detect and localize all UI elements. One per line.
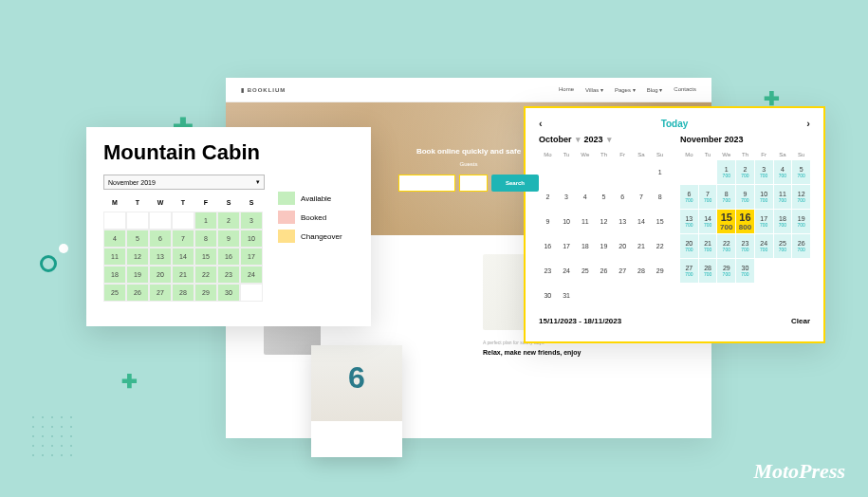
calendar-day[interactable]: 19700 bbox=[792, 210, 810, 233]
calendar-day[interactable]: 4 bbox=[576, 185, 594, 209]
month-select[interactable]: November 2019▾ bbox=[103, 175, 265, 190]
calendar-day[interactable]: 15 bbox=[194, 248, 217, 266]
calendar-day[interactable]: 12 bbox=[126, 248, 149, 266]
calendar-day[interactable]: 11 bbox=[576, 210, 594, 233]
calendar-day[interactable]: 25 bbox=[103, 284, 126, 302]
calendar-day[interactable]: 5700 bbox=[792, 160, 810, 184]
nav-item[interactable]: Contacts bbox=[674, 86, 696, 93]
calendar-day[interactable]: 29700 bbox=[717, 259, 735, 283]
calendar-day[interactable]: 2700 bbox=[736, 160, 754, 184]
calendar-day[interactable]: 13 bbox=[149, 248, 172, 266]
calendar-day[interactable]: 3 bbox=[240, 212, 263, 230]
calendar-day[interactable]: 15700 bbox=[717, 210, 735, 233]
calendar-day[interactable]: 25 bbox=[576, 259, 594, 283]
calendar-day[interactable]: 29 bbox=[651, 259, 669, 283]
calendar-day[interactable]: 27700 bbox=[680, 259, 698, 283]
calendar-day[interactable]: 29 bbox=[194, 284, 217, 302]
calendar-day[interactable]: 20700 bbox=[680, 234, 698, 258]
calendar-day[interactable]: 3 bbox=[558, 185, 576, 209]
calendar-day[interactable]: 9700 bbox=[736, 185, 754, 209]
calendar-day[interactable]: 2 bbox=[539, 185, 557, 209]
today-link[interactable]: Today bbox=[661, 119, 689, 129]
calendar-day[interactable]: 18700 bbox=[774, 210, 792, 233]
calendar-day[interactable]: 20 bbox=[149, 266, 172, 284]
calendar-day[interactable]: 16 bbox=[217, 248, 240, 266]
nav-item[interactable]: Home bbox=[559, 86, 574, 93]
calendar-day[interactable]: 20 bbox=[614, 234, 632, 258]
calendar-day[interactable]: 22700 bbox=[717, 234, 735, 258]
calendar-day[interactable]: 14 bbox=[172, 248, 194, 266]
calendar-day[interactable]: 22 bbox=[651, 234, 669, 258]
calendar-day[interactable]: 23 bbox=[539, 259, 557, 283]
calendar-day[interactable]: 16 bbox=[539, 234, 557, 258]
clear-button[interactable]: Clear bbox=[791, 317, 810, 325]
calendar-day[interactable]: 23700 bbox=[736, 234, 754, 258]
calendar-day[interactable]: 3700 bbox=[755, 160, 773, 184]
calendar-day[interactable]: 18 bbox=[103, 266, 126, 284]
calendar-day[interactable]: 9 bbox=[539, 210, 557, 233]
calendar-day[interactable]: 19 bbox=[595, 234, 613, 258]
calendar-day[interactable]: 24 bbox=[240, 266, 263, 284]
calendar-day[interactable]: 8 bbox=[194, 230, 217, 248]
calendar-day[interactable]: 14 bbox=[633, 210, 651, 233]
nav-item[interactable]: Villas ▾ bbox=[585, 86, 603, 93]
calendar-day[interactable]: 27 bbox=[614, 259, 632, 283]
calendar-day[interactable]: 15 bbox=[651, 210, 669, 233]
nav-item[interactable]: Pages ▾ bbox=[615, 86, 636, 93]
calendar-day[interactable]: 7700 bbox=[699, 185, 717, 209]
calendar-day[interactable]: 21700 bbox=[699, 234, 717, 258]
calendar-day[interactable]: 30700 bbox=[736, 259, 754, 283]
calendar-day[interactable]: 24700 bbox=[755, 234, 773, 258]
calendar-day[interactable]: 9 bbox=[217, 230, 240, 248]
calendar-day[interactable]: 8 bbox=[651, 185, 669, 209]
calendar-day[interactable]: 24 bbox=[558, 259, 576, 283]
calendar-day[interactable]: 1700 bbox=[717, 160, 735, 184]
search-input[interactable] bbox=[398, 175, 455, 192]
calendar-day[interactable]: 2 bbox=[217, 212, 240, 230]
search-button[interactable]: Search bbox=[491, 175, 539, 192]
calendar-day[interactable]: 28 bbox=[633, 259, 651, 283]
calendar-day[interactable]: 21 bbox=[633, 234, 651, 258]
calendar-day[interactable]: 26 bbox=[595, 259, 613, 283]
nav-item[interactable]: Blog ▾ bbox=[647, 86, 663, 93]
calendar-day[interactable]: 21 bbox=[172, 266, 194, 284]
calendar-day[interactable]: 14700 bbox=[699, 210, 717, 233]
calendar-day[interactable]: 30 bbox=[217, 284, 240, 302]
calendar-day[interactable]: 18 bbox=[576, 234, 594, 258]
calendar-day[interactable]: 11 bbox=[103, 248, 126, 266]
calendar-day[interactable]: 6 bbox=[614, 185, 632, 209]
calendar-day[interactable]: 17 bbox=[240, 248, 263, 266]
guests-input[interactable] bbox=[459, 175, 488, 192]
calendar-day[interactable]: 22 bbox=[194, 266, 217, 284]
calendar-day[interactable]: 13700 bbox=[680, 210, 698, 233]
calendar-day[interactable]: 10700 bbox=[755, 185, 773, 209]
next-month-button[interactable]: › bbox=[806, 118, 810, 129]
calendar-day[interactable]: 5 bbox=[595, 185, 613, 209]
calendar-day[interactable]: 28 bbox=[172, 284, 194, 302]
calendar-day[interactable]: 6700 bbox=[680, 185, 698, 209]
calendar-day[interactable]: 31 bbox=[558, 284, 576, 307]
calendar-day[interactable]: 1 bbox=[651, 160, 669, 184]
calendar-day[interactable]: 19 bbox=[126, 266, 149, 284]
calendar-day[interactable]: 13 bbox=[614, 210, 632, 233]
calendar-day[interactable]: 7 bbox=[172, 230, 194, 248]
calendar-day[interactable]: 25700 bbox=[774, 234, 792, 258]
calendar-day[interactable]: 27 bbox=[149, 284, 172, 302]
calendar-day[interactable]: 11700 bbox=[774, 185, 792, 209]
calendar-day[interactable]: 5 bbox=[126, 230, 149, 248]
calendar-day[interactable]: 1 bbox=[194, 212, 217, 230]
calendar-day[interactable]: 8700 bbox=[717, 185, 735, 209]
prev-month-button[interactable]: ‹ bbox=[539, 118, 543, 129]
calendar-day[interactable]: 26 bbox=[126, 284, 149, 302]
calendar-day[interactable]: 26700 bbox=[792, 234, 810, 258]
calendar-day[interactable]: 10 bbox=[558, 210, 576, 233]
calendar-day[interactable]: 4700 bbox=[774, 160, 792, 184]
calendar-day[interactable]: 28700 bbox=[699, 259, 717, 283]
calendar-day[interactable]: 16800 bbox=[736, 210, 754, 233]
calendar-day[interactable]: 12700 bbox=[792, 185, 810, 209]
calendar-day[interactable]: 17700 bbox=[755, 210, 773, 233]
calendar-day[interactable]: 7 bbox=[633, 185, 651, 209]
calendar-day[interactable]: 17 bbox=[558, 234, 576, 258]
calendar-day[interactable]: 30 bbox=[539, 284, 557, 307]
calendar-day[interactable]: 10 bbox=[240, 230, 263, 248]
